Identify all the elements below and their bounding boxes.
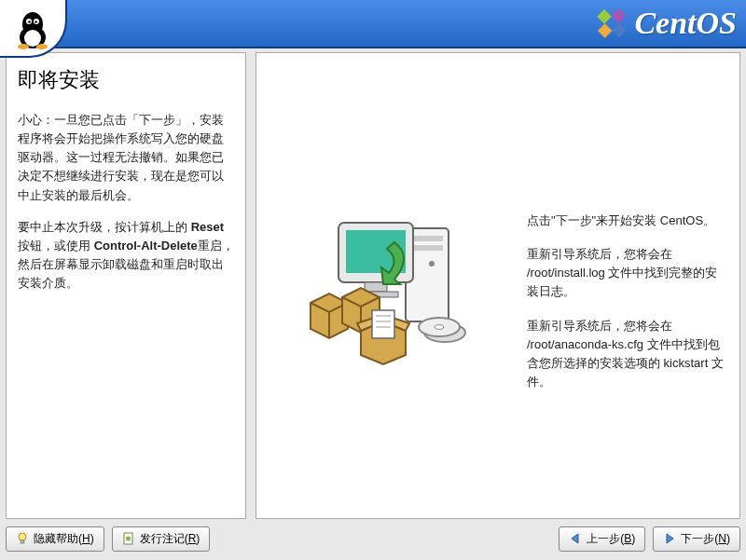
help-body: 小心：一旦您已点击「下一步」，安装程序将会开始把操作系统写入您的硬盘驱动器。这一… (18, 111, 234, 293)
help-title: 即将安装 (18, 66, 234, 94)
footer: 隐藏帮助(H) 发行注记(R) 上一步(B) 下一步(N) (6, 523, 740, 554)
main-area: 即将安装 小心：一旦您已点击「下一步」，安装程序将会开始把操作系统写入您的硬盘驱… (6, 52, 740, 519)
svg-point-8 (36, 44, 48, 49)
svg-point-32 (126, 537, 131, 541)
help-panel: 即将安装 小心：一旦您已点击「下一步」，安装程序将会开始把操作系统写入您的硬盘驱… (6, 52, 246, 519)
header: CentOS (0, 0, 746, 48)
svg-rect-11 (598, 23, 613, 38)
help-paragraph-2: 要中止本次升级，按计算机上的 Reset 按钮，或使用 Control-Alt-… (18, 218, 234, 294)
install-illustration (301, 191, 497, 368)
info-paragraph-2: 重新引导系统后，您将会在 /root/install.log 文件中找到完整的安… (527, 245, 726, 301)
svg-point-7 (18, 44, 29, 49)
info-paragraph-1: 点击"下一步"来开始安装 CentOS。 (527, 212, 726, 230)
centos-logo-icon (595, 7, 629, 40)
svg-point-29 (19, 533, 26, 540)
svg-rect-9 (598, 9, 613, 24)
svg-rect-30 (21, 540, 24, 543)
next-button[interactable]: 下一步(N) (653, 526, 740, 552)
lightbulb-icon (16, 532, 29, 545)
centos-brand: CentOS (595, 6, 737, 41)
brand-text: CentOS (634, 6, 737, 41)
svg-point-6 (35, 20, 37, 23)
document-icon (122, 532, 135, 545)
svg-rect-12 (613, 23, 628, 38)
release-notes-button[interactable]: 发行注记(R) (112, 526, 211, 552)
info-paragraph-3: 重新引导系统后，您将会在 /root/anaconda-ks.cfg 文件中找到… (527, 317, 726, 392)
svg-rect-15 (411, 245, 443, 251)
help-paragraph-1: 小心：一旦您已点击「下一步」，安装程序将会开始把操作系统写入您的硬盘驱动器。这一… (18, 111, 234, 205)
svg-point-2 (24, 30, 41, 47)
svg-rect-21 (372, 310, 394, 338)
back-button[interactable]: 上一步(B) (559, 526, 645, 552)
tux-icon (12, 6, 53, 50)
triangle-left-icon (569, 532, 582, 545)
svg-rect-14 (411, 236, 443, 241)
svg-rect-10 (612, 8, 627, 23)
svg-point-16 (429, 261, 435, 266)
info-text: 点击"下一步"来开始安装 CentOS。 重新引导系统后，您将会在 /root/… (527, 212, 726, 406)
content-panel: 点击"下一步"来开始安装 CentOS。 重新引导系统后，您将会在 /root/… (256, 52, 740, 519)
svg-point-28 (435, 325, 444, 330)
triangle-right-icon (663, 532, 676, 545)
hide-help-button[interactable]: 隐藏帮助(H) (6, 526, 104, 552)
svg-point-5 (28, 20, 31, 23)
tux-badge (0, 0, 67, 58)
